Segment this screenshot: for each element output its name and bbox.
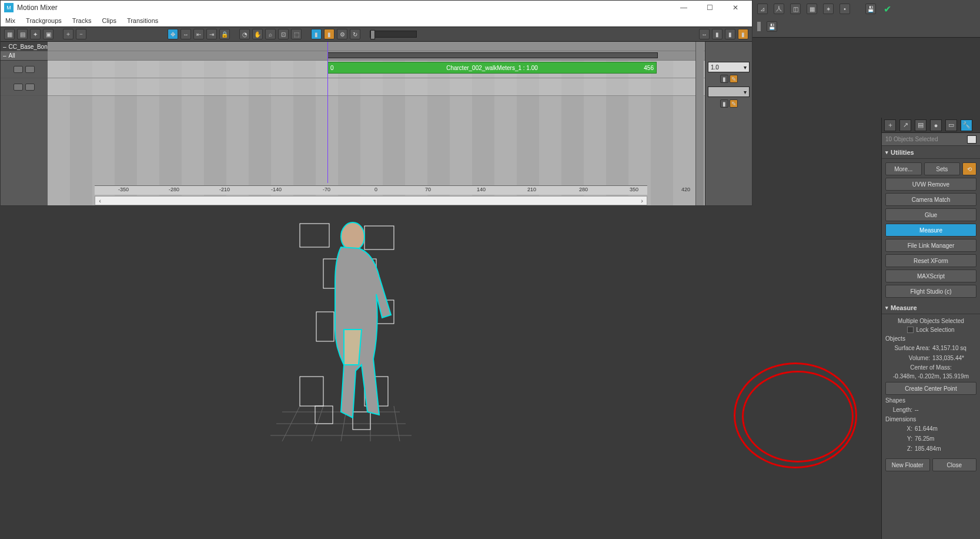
menu-mix[interactable]: Mix [4,16,16,25]
delete-track-icon[interactable]: － [76,29,86,39]
hand-icon[interactable]: ✋ [252,29,263,39]
menu-trackgroups[interactable]: Trackgroups [25,16,63,25]
scale-lock-icon[interactable]: ▮ [720,75,728,83]
track-row[interactable] [48,78,705,96]
minimize-button[interactable]: — [671,1,697,15]
weight-curve-icon[interactable]: ▮ [324,29,335,39]
titlebar[interactable]: M Motion Mixer — ☐ ✕ [1,1,752,15]
mute-icon[interactable] [25,66,35,73]
playhead[interactable] [327,42,328,183]
horizontal-scrollbar[interactable]: ‹ › [95,196,647,205]
snap-start-icon[interactable]: ⇤ [193,29,204,39]
toggle-a-icon[interactable]: ↔ [699,29,710,39]
time-scale-input[interactable]: 1.0▾ [708,62,750,72]
balance-slider[interactable] [370,31,417,38]
range-bar[interactable] [327,52,658,58]
trackgroup-label[interactable]: –CC_Base_BoneR [1,42,48,51]
close-button[interactable]: Close [932,458,977,471]
motion-tab-icon[interactable]: ● [930,119,942,131]
toggle-b-icon[interactable]: ▮ [712,29,723,39]
show-balance-icon[interactable]: ▮ [311,29,322,39]
solo-icon[interactable] [14,84,23,91]
scale-lock-icon[interactable]: ▮ [720,99,728,108]
dot-icon[interactable]: • [839,4,850,14]
svg-point-18 [341,222,364,251]
new-floater-button[interactable]: New Floater [885,458,930,471]
glue-button[interactable]: Glue [885,208,976,221]
camera-match-button[interactable]: Camera Match [885,193,976,206]
measure-button[interactable]: Measure [885,224,976,237]
refresh-icon[interactable]: ↻ [350,29,360,39]
reset-xform-button[interactable]: Reset XForm [885,254,976,267]
plane-icon[interactable]: ◫ [790,4,801,14]
solo-icon[interactable] [14,66,23,73]
dimensions-label: Dimensions [885,416,976,422]
track-all-label[interactable]: –All [1,51,48,61]
command-panel-tabs: ＋ ↗ ▤ ● ▭ 🔧 [882,118,980,133]
viewport[interactable] [0,206,980,539]
modify-tab-icon[interactable]: ↗ [899,119,911,131]
lock-icon[interactable]: 🔒 [219,29,230,39]
time-ruler[interactable]: -350-280-210-140-70070140210280350420 [95,185,647,195]
zoom-ext-icon[interactable]: ⊡ [278,29,289,39]
scroll-left-icon[interactable]: ‹ [95,197,105,204]
flight-studio-button[interactable]: Flight Studio (c) [885,285,976,298]
sets-button[interactable]: Sets [924,162,961,175]
dim-y-value: 76.25m [915,435,976,442]
vertical-scrollbar[interactable] [695,42,704,205]
move-icon[interactable]: ✥ [168,29,178,39]
svg-rect-14 [300,377,323,406]
toggle-c-icon[interactable]: ▮ [725,29,735,39]
svg-rect-17 [353,412,370,430]
menu-clips[interactable]: Clips [101,16,117,25]
create-center-point-button[interactable]: Create Center Point [885,382,976,395]
axis-icon[interactable]: ✶ [823,4,834,14]
more-button[interactable]: More... [885,162,922,175]
scale-edit-icon[interactable]: ✎ [730,75,738,83]
menu-tracks[interactable]: Tracks [71,16,93,25]
time-scale-input-2[interactable]: ▾ [708,86,750,97]
disk-icon[interactable]: 💾 [767,21,777,32]
person-icon[interactable]: 人 [774,4,784,14]
menu-transitions[interactable]: Transitions [126,16,159,25]
wire-icon[interactable]: ⊿ [757,4,768,14]
save-icon[interactable]: 💾 [865,4,876,14]
scroll-right-icon[interactable]: › [637,197,647,204]
scale-edit-icon[interactable]: ✎ [730,99,738,108]
utilities-rollout-header[interactable]: Utilities [882,146,980,159]
maxscript-button[interactable]: MAXScript [885,270,976,282]
close-button[interactable]: ✕ [723,1,748,15]
utilities-tab-icon[interactable]: 🔧 [961,119,972,131]
grid-icon[interactable]: ▦ [807,4,817,14]
file-link-manager-button[interactable]: File Link Manager [885,239,976,252]
tracks-canvas[interactable]: 0 Charcter_002_walkMeters_1 : 1.00 456 -… [48,42,705,205]
uvw-remove-button[interactable]: UVW Remove [885,178,976,191]
dim-x-value: 61.644m [915,425,976,432]
zoom-icon[interactable]: ⌕ [265,29,276,39]
create-tab-icon[interactable]: ＋ [884,119,896,131]
add-track-icon[interactable]: ＋ [63,29,73,39]
slide-icon[interactable]: ↔ [180,29,191,39]
ruler-tick: 70 [425,187,431,192]
lock-selection-checkbox[interactable]: Lock Selection [885,327,976,333]
mute-icon[interactable] [25,84,35,91]
motion-clip[interactable]: 0 Charcter_002_walkMeters_1 : 1.00 456 [327,62,657,74]
snap-end-icon[interactable]: ⇥ [206,29,217,39]
ruler-tick: 420 [681,187,690,192]
measure-rollout-header[interactable]: Measure [882,301,980,314]
clock-icon[interactable]: ◔ [239,29,250,39]
open-mix-icon[interactable]: ▤ [17,29,28,39]
clip-label: Charcter_002_walkMeters_1 : 1.00 [446,65,538,71]
toggle-d-icon[interactable]: ▮ [738,29,748,39]
sets-config-icon[interactable]: ⟲ [962,162,976,175]
display-tab-icon[interactable]: ▭ [945,119,957,131]
hierarchy-tab-icon[interactable]: ▤ [915,119,927,131]
new-mix-icon[interactable]: ▦ [4,29,15,39]
settings-icon[interactable]: ⚙ [337,29,347,39]
color-swatch[interactable] [967,135,976,144]
zoom-region-icon[interactable]: ⬚ [291,29,302,39]
maximize-button[interactable]: ☐ [697,1,723,15]
check-icon[interactable]: ✔ [882,4,892,14]
biped-icon[interactable]: ✦ [30,29,41,39]
assets-icon[interactable]: ▣ [43,29,53,39]
